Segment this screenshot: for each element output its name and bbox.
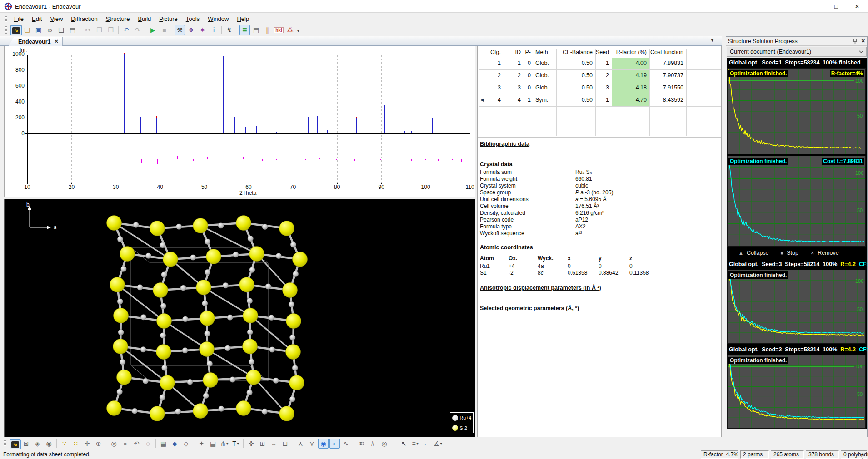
print-icon[interactable]: ▤ <box>67 25 78 35</box>
config-cell[interactable]: 3 <box>595 84 612 92</box>
config-cell[interactable]: Glob. <box>534 72 556 80</box>
diffraction-chart-panel[interactable]: Int. 2Theta 0200400600800100010203040506… <box>4 46 475 197</box>
bond-list-caret-icon[interactable]: ▾ <box>417 442 419 446</box>
config-column-header[interactable]: ID <box>504 49 524 57</box>
maximize-button[interactable]: □ <box>826 0 847 13</box>
info-icon[interactable]: i <box>209 25 219 35</box>
config-column-header[interactable]: R-factor (%) <box>612 49 649 57</box>
config-cell[interactable]: 1 <box>524 97 534 104</box>
unit-cell-box-icon[interactable]: ▦ <box>158 439 169 449</box>
angle-down-icon[interactable]: ⋎ <box>307 439 317 449</box>
ball-style-icon[interactable]: ◉ <box>318 439 329 449</box>
hkl-view-icon[interactable]: hkl <box>274 25 284 35</box>
menu-structure[interactable]: Structure <box>102 14 134 24</box>
rings-view-icon[interactable]: ◎ <box>109 439 119 449</box>
config-cell[interactable]: 4 <box>504 97 524 104</box>
rotate-view-icon[interactable]: ↶ <box>131 439 142 449</box>
text-tool-caret-icon[interactable]: ▾ <box>237 442 239 446</box>
config-cell[interactable]: 0 <box>524 72 534 80</box>
atoms-list-icon[interactable]: ∵ <box>59 439 70 449</box>
bond-list-icon[interactable]: ≡▾ <box>410 439 420 449</box>
structure-window-icon[interactable]: ❖ <box>186 25 196 35</box>
coordination-spheres-icon[interactable]: ⊕ <box>93 439 104 449</box>
tab-list-dropdown-icon[interactable]: ▼ <box>710 38 714 43</box>
config-cell[interactable]: 7.90737 <box>649 72 686 80</box>
config-column-header[interactable]: CF-Balance <box>556 49 595 57</box>
layers-view-icon[interactable]: ≋ <box>356 439 367 449</box>
stop-icon[interactable]: ■ <box>159 25 170 35</box>
config-cell[interactable]: 3 <box>504 84 524 92</box>
diamond-view-icon[interactable]: ◆ <box>170 439 180 449</box>
config-cell[interactable]: 0.50 <box>556 60 595 68</box>
text-tool-icon[interactable]: T▾ <box>230 439 241 449</box>
diffraction-pattern-view-icon[interactable]: ∿ <box>10 25 22 35</box>
duplicate-grid-icon[interactable]: ⊞ <box>257 439 268 449</box>
config-column-header[interactable]: Seed <box>595 49 612 57</box>
config-cell[interactable]: 0 <box>524 84 534 92</box>
config-cell[interactable]: 1 <box>504 60 524 68</box>
menu-edit[interactable]: Edit <box>28 14 46 24</box>
collapse-button[interactable]: ▲Collapse <box>738 250 769 256</box>
origin-cell-icon[interactable]: ⊡ <box>280 439 290 449</box>
menu-build[interactable]: Build <box>134 14 155 24</box>
save-icon[interactable]: ▣ <box>33 25 44 35</box>
menu-picture[interactable]: Picture <box>155 14 181 24</box>
config-cell[interactable]: 1 <box>595 97 612 104</box>
measure-length-icon[interactable]: ⌐ <box>421 439 432 449</box>
toolbar-more-caret[interactable]: ▾ <box>297 26 299 34</box>
supercell-icon[interactable]: ⊠ <box>21 439 31 449</box>
print-preview-icon[interactable]: ❑ <box>56 25 66 35</box>
wireframe-view-icon[interactable]: ◇ <box>181 439 191 449</box>
measure-angle-caret-icon[interactable]: ▾ <box>440 442 442 446</box>
config-cell[interactable]: Glob. <box>534 84 556 92</box>
add-bonds-icon[interactable]: ✛ <box>82 439 92 449</box>
redo-icon[interactable]: ↷ <box>132 25 143 35</box>
menu-view[interactable]: View <box>46 14 67 24</box>
copy-icon[interactable]: ❐ <box>94 25 105 35</box>
close-button[interactable]: ✕ <box>847 0 868 13</box>
document-list-view-icon[interactable]: ≣ <box>239 25 250 35</box>
menu-help[interactable]: Help <box>233 14 253 24</box>
config-cell[interactable]: 2 <box>479 72 504 80</box>
pin-icon[interactable] <box>853 39 858 44</box>
structure-solution-hammer-icon[interactable]: ⚒ <box>175 25 185 35</box>
pick-tool-icon[interactable]: ⋔▾ <box>219 439 229 449</box>
ball-stick-style-icon[interactable]: ◐ <box>329 439 340 449</box>
wave-profile-icon[interactable]: ∿ <box>341 439 351 449</box>
target-view-icon[interactable]: ◎ <box>379 439 389 449</box>
config-column-header[interactable]: Cfg. <box>479 49 504 57</box>
tab-close-icon[interactable]: ✕ <box>55 39 59 44</box>
panel-close-icon[interactable]: ✕ <box>861 38 865 44</box>
config-cell[interactable]: 2 <box>504 72 524 80</box>
config-column-header[interactable]: Cost function <box>649 49 686 57</box>
select-cursor-icon[interactable]: ↖ <box>399 439 409 449</box>
horizontal-splitter[interactable] <box>4 197 475 199</box>
space-filling-icon[interactable]: ◉ <box>44 439 54 449</box>
atom-pairs-icon[interactable]: ∷ <box>70 439 81 449</box>
menu-file[interactable]: File <box>10 14 28 24</box>
cut-icon[interactable]: ✂ <box>83 25 93 35</box>
config-cell[interactable]: 0 <box>524 60 534 68</box>
config-cell[interactable]: Sym. <box>534 97 556 104</box>
peak-list-view-icon[interactable]: ∥ <box>262 25 273 35</box>
translate-tool-icon[interactable]: ✜ <box>246 439 256 449</box>
config-cell[interactable]: 4.70 <box>612 97 649 104</box>
run-icon[interactable]: ▶ <box>148 25 158 35</box>
config-cell[interactable]: Glob. <box>534 60 556 68</box>
config-cell[interactable]: 4.18 <box>612 84 649 92</box>
measure-angle-icon[interactable]: ∡▾ <box>433 439 443 449</box>
config-cell[interactable]: 8.43592 <box>649 97 686 104</box>
highlight-star-icon[interactable]: ✦ <box>196 439 207 449</box>
current-document-combo[interactable]: Current document (Endeavour1) <box>727 47 867 57</box>
layer-sheet-icon[interactable]: ▤ <box>208 439 218 449</box>
data-sheet-panel[interactable]: Cfg.IDP-MethCF-BalanceSeedR-factor (%)Co… <box>477 46 722 437</box>
minimize-button[interactable]: — <box>805 0 826 13</box>
structure-view-icon[interactable]: ⁂ <box>285 25 295 35</box>
dark-sphere-icon[interactable]: ● <box>120 439 130 449</box>
pick-tool-caret-icon[interactable]: ▾ <box>226 442 228 446</box>
wizard-wand-icon[interactable]: ✶ <box>197 25 208 35</box>
config-cell[interactable]: 7.89831 <box>649 60 686 68</box>
paste-icon[interactable]: ❒ <box>105 25 116 35</box>
config-cell[interactable]: 0.50 <box>556 97 595 104</box>
orbit-view-icon[interactable]: ◌ <box>143 439 153 449</box>
